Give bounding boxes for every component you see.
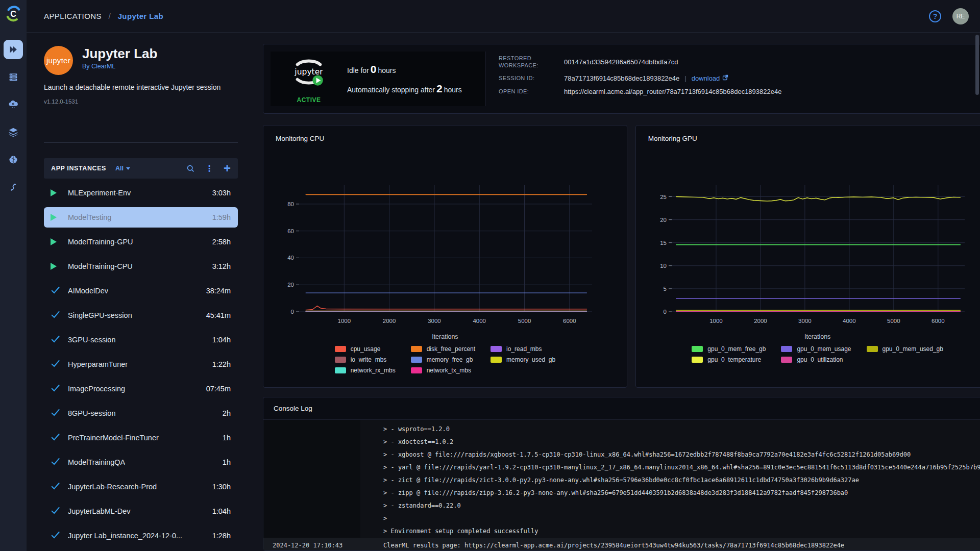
legend-item[interactable]: cpu_usage bbox=[335, 345, 396, 353]
instance-row[interactable]: 3GPU-session1:04h bbox=[44, 330, 238, 350]
search-icon[interactable] bbox=[186, 164, 195, 173]
instance-row[interactable]: ModelTrainingQA1h bbox=[44, 452, 238, 472]
console-timestamp: 2024-12-20 17:10:43 bbox=[273, 538, 359, 550]
instance-row[interactable]: Jupyter Lab_instance_2024-12-0...1:28h bbox=[44, 525, 238, 546]
cpu-chart-plot[interactable]: 100020003000400050006000020406080 bbox=[276, 175, 596, 332]
monitoring-gpu-card: Monitoring GPU 1000200030004000500060000… bbox=[635, 125, 980, 388]
more-options-icon[interactable]: ⋮ bbox=[205, 164, 213, 173]
completed-check-icon bbox=[51, 506, 60, 517]
instance-row[interactable]: AIModelDev38:24m bbox=[44, 281, 238, 301]
legend-label: gpu_0_mem_usage bbox=[797, 345, 851, 353]
running-play-icon bbox=[51, 238, 57, 245]
svg-text:1000: 1000 bbox=[709, 318, 723, 324]
console-log-line: > - zipp @ file:///rapids/zipp-3.16.2-py… bbox=[263, 487, 980, 499]
legend-label: network_rx_mbs bbox=[351, 367, 396, 374]
svg-text:25: 25 bbox=[660, 194, 667, 200]
instance-row[interactable]: ModelTesting1:59h bbox=[44, 207, 238, 228]
legend-item[interactable]: memory_used_gb bbox=[491, 356, 555, 363]
svg-text:C: C bbox=[10, 9, 16, 18]
console-log-line: > - wsproto==1.2.0 bbox=[263, 423, 980, 436]
user-avatar[interactable]: RE bbox=[952, 8, 969, 24]
instances-filter-dropdown[interactable]: All bbox=[115, 165, 130, 172]
legend-item[interactable]: network_rx_mbs bbox=[335, 367, 396, 374]
instance-runtime: 1h bbox=[223, 434, 231, 442]
rail-hyper-datasets-icon[interactable] bbox=[4, 122, 23, 142]
gpu-chart-legend: gpu_0_mem_free_gbgpu_0_mem_usagegpu_0_me… bbox=[648, 345, 980, 363]
console-text: > - zipp @ file:///rapids/zipp-3.16.2-py… bbox=[383, 489, 848, 496]
legend-item[interactable]: io_write_mbs bbox=[335, 356, 396, 363]
breadcrumb: APPLICATIONS / Jupyter Lab bbox=[44, 12, 163, 20]
console-log-body[interactable]: > - wsproto==1.2.0> - xdoctest==1.0.2> -… bbox=[263, 420, 980, 550]
rail-model-serving-icon[interactable] bbox=[4, 150, 23, 169]
svg-text:80: 80 bbox=[287, 201, 294, 207]
console-log-title: Console Log bbox=[274, 405, 312, 412]
instance-row[interactable]: JupyterLab-Research-Prod1:30h bbox=[44, 477, 238, 497]
instance-row[interactable]: ImageProcessing07:45m bbox=[44, 379, 238, 399]
rail-pipelines-icon[interactable] bbox=[4, 178, 23, 197]
legend-swatch bbox=[781, 357, 792, 363]
svg-text:6000: 6000 bbox=[932, 318, 945, 324]
legend-item[interactable]: gpu_0_temperature bbox=[692, 356, 766, 363]
legend-item[interactable]: gpu_0_mem_used_gb bbox=[867, 345, 943, 353]
session-field-label: OPEN IDE: bbox=[499, 88, 564, 95]
console-text: > - yarl @ file:///rapids/yarl-1.9.2-cp3… bbox=[383, 464, 980, 471]
console-log-line: > Environment setup completed successful… bbox=[263, 525, 980, 538]
instance-runtime: 2:58h bbox=[212, 238, 231, 246]
session-detail-fields: RESTORED WORKSPACE:00147a1d33594286a6507… bbox=[485, 44, 980, 113]
session-field-value: 78a71713f6914c85b68dec1893822e4e bbox=[564, 74, 679, 82]
instance-row[interactable]: HyperparamTuner1:22h bbox=[44, 354, 238, 374]
instance-row[interactable]: SingleGPU-session45:41m bbox=[44, 305, 238, 325]
jupyter-app-logo: jupyter bbox=[44, 46, 73, 75]
instance-name: ImageProcessing bbox=[68, 385, 125, 393]
legend-swatch bbox=[411, 346, 422, 352]
instance-row[interactable]: JupyterLabML-Dev1:04h bbox=[44, 501, 238, 521]
session-field-row: OPEN IDE:https://clearml.acme.ai/app_rou… bbox=[499, 88, 980, 95]
svg-text:5000: 5000 bbox=[518, 318, 531, 324]
instance-row[interactable]: MLExperiment-Env3:03h bbox=[44, 183, 238, 203]
console-log-line: > - zstandard==0.22.0 bbox=[263, 499, 980, 512]
legend-swatch bbox=[491, 357, 502, 363]
instance-runtime: 1:59h bbox=[212, 213, 231, 221]
add-instance-button[interactable]: + bbox=[224, 163, 231, 173]
session-status-card: jupyter ACTIVE Idle for0hours Automatica… bbox=[263, 44, 980, 114]
instance-runtime: 1:28h bbox=[212, 532, 231, 540]
legend-item[interactable]: io_read_mbs bbox=[491, 345, 555, 353]
breadcrumb-current[interactable]: Jupyter Lab bbox=[118, 12, 163, 20]
svg-text:0: 0 bbox=[291, 309, 294, 315]
rail-autoscalers-icon[interactable] bbox=[4, 95, 23, 114]
legend-swatch bbox=[335, 357, 346, 363]
rail-applications-icon[interactable] bbox=[4, 40, 23, 59]
instances-list: MLExperiment-Env3:03hModelTesting1:59hMo… bbox=[44, 183, 238, 551]
session-field-value: https://clearml.acme.ai/app_router/78a71… bbox=[564, 88, 781, 95]
rail-workers-queues-icon[interactable] bbox=[4, 67, 23, 87]
instance-row[interactable]: ModelTraining-GPU2:58h bbox=[44, 232, 238, 252]
app-info-panel: jupyter Jupyter Lab By ClearML Launch a … bbox=[27, 33, 263, 551]
app-byline[interactable]: By ClearML bbox=[82, 63, 157, 70]
instance-row[interactable]: PreTrainerModel-FineTuner1h bbox=[44, 428, 238, 448]
completed-check-icon bbox=[51, 457, 60, 468]
svg-text:5000: 5000 bbox=[887, 318, 900, 324]
download-workspace-link[interactable]: download bbox=[692, 74, 729, 82]
instance-row[interactable]: ModelTraining-CPU3:12h bbox=[44, 256, 238, 277]
legend-item[interactable]: network_tx_mbs bbox=[411, 367, 475, 374]
running-play-icon bbox=[51, 214, 57, 221]
breadcrumb-applications[interactable]: APPLICATIONS bbox=[44, 12, 102, 20]
running-play-icon bbox=[51, 263, 57, 270]
monitoring-cpu-card: Monitoring CPU 1000200030004000500060000… bbox=[263, 125, 627, 388]
help-icon[interactable]: ? bbox=[929, 10, 941, 22]
legend-item[interactable]: gpu_0_mem_usage bbox=[781, 345, 851, 353]
console-text: > Environment setup completed successful… bbox=[383, 528, 538, 535]
page-scrollbar-thumb[interactable] bbox=[975, 35, 979, 95]
instance-runtime: 1:04h bbox=[212, 336, 231, 344]
console-log-line: > - xdoctest==1.0.2 bbox=[263, 436, 980, 448]
svg-text:2000: 2000 bbox=[383, 318, 396, 324]
legend-item[interactable]: disk_free_percent bbox=[411, 345, 475, 353]
clearml-logo[interactable]: C bbox=[5, 5, 22, 22]
gpu-chart-plot[interactable]: 1000200030004000500060000510152025 bbox=[648, 175, 968, 332]
legend-item[interactable]: gpu_0_utilization bbox=[781, 356, 851, 363]
legend-item[interactable]: gpu_0_mem_free_gb bbox=[692, 345, 766, 353]
instance-row[interactable]: 8GPU-session2h bbox=[44, 403, 238, 423]
cpu-chart-title: Monitoring CPU bbox=[276, 135, 615, 142]
legend-label: gpu_0_mem_free_gb bbox=[707, 345, 766, 353]
legend-item[interactable]: memory_free_gb bbox=[411, 356, 475, 363]
